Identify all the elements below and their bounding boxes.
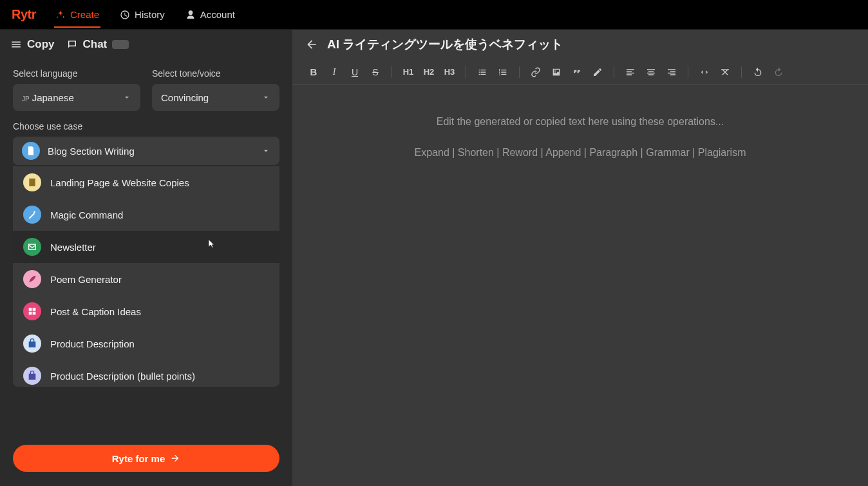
logo: Rytr: [12, 7, 36, 22]
link-button[interactable]: [527, 64, 544, 81]
usecase-dropdown: Landing Page & Website CopiesMagic Comma…: [13, 166, 279, 387]
strikethrough-button[interactable]: S: [367, 64, 384, 81]
language-prefix: JP: [22, 95, 30, 102]
nav-account[interactable]: Account: [184, 3, 236, 26]
usecase-option-label: Post & Caption Ideas: [50, 306, 141, 317]
quote-icon: [572, 67, 582, 77]
link-icon: [531, 67, 541, 77]
undo-button[interactable]: [750, 64, 766, 81]
usecase-option-label: Product Description (bullet points): [50, 371, 195, 382]
usecase-option-label: Newsletter: [50, 242, 96, 253]
editor-operations-hint: Expand | Shorten | Reword | Append | Par…: [415, 147, 746, 159]
mail-icon: [23, 238, 41, 256]
editor-body[interactable]: Edit the generated or copied text here u…: [292, 85, 868, 159]
h1-button[interactable]: H1: [400, 64, 417, 81]
toolbar-separator: [392, 66, 392, 78]
chat-tab-label: Chat: [83, 38, 108, 51]
ryte-for-me-button[interactable]: Ryte for me: [13, 445, 279, 472]
cta-label: Ryte for me: [112, 453, 165, 464]
code-button[interactable]: [696, 64, 713, 81]
bold-button[interactable]: B: [305, 64, 322, 81]
clock-icon: [120, 10, 130, 20]
usecase-option[interactable]: Magic Command: [13, 199, 279, 231]
highlight-button[interactable]: [589, 64, 606, 81]
toolbar-separator: [741, 66, 742, 78]
unordered-list-button[interactable]: [474, 64, 491, 81]
sidebar: Copy Chat Select language JPJapanese Sel…: [0, 30, 292, 486]
list-ul-icon: [477, 67, 487, 77]
chevron-down-icon: [261, 93, 270, 102]
page-icon: [23, 173, 41, 191]
usecase-dropdown-list[interactable]: Landing Page & Website CopiesMagic Comma…: [13, 166, 279, 387]
sparkle-icon: [55, 10, 66, 20]
pen-icon: [592, 67, 603, 77]
usecase-label: Choose use case: [13, 121, 279, 131]
nav-history[interactable]: History: [118, 3, 166, 26]
chat-tab[interactable]: Chat: [66, 38, 129, 51]
editor-toolbar: B I U S H1 H2 H3: [292, 59, 868, 85]
top-nav: Rytr Create History Account: [0, 0, 868, 30]
usecase-option-label: Product Description: [50, 338, 135, 349]
tone-value: Convincing: [161, 92, 209, 103]
usecase-option[interactable]: Product Description (bullet points): [13, 360, 279, 387]
nav-account-label: Account: [200, 9, 235, 20]
usecase-option-label: Landing Page & Website Copies: [50, 177, 189, 188]
align-right-button[interactable]: [663, 64, 680, 81]
chevron-down-icon: [122, 93, 131, 102]
back-button[interactable]: [305, 38, 318, 51]
copy-tab-label: Copy: [27, 38, 55, 51]
redo-icon: [773, 67, 784, 77]
chevron-down-icon: [261, 146, 270, 155]
usecase-option[interactable]: Poem Generator: [13, 263, 279, 295]
grid-icon: [23, 302, 41, 320]
usecase-option-label: Magic Command: [50, 209, 123, 220]
language-select[interactable]: JPJapanese: [13, 84, 140, 111]
copy-tab[interactable]: Copy: [10, 38, 55, 51]
editor: AI ライティングツールを使うベネフィット B I U S H1 H2 H3: [292, 30, 868, 486]
h3-button[interactable]: H3: [441, 64, 458, 81]
editor-placeholder: Edit the generated or copied text here u…: [437, 116, 724, 128]
h2-button[interactable]: H2: [420, 64, 437, 81]
menu-icon: [10, 39, 22, 50]
tone-select[interactable]: Convincing: [152, 84, 279, 111]
code-icon: [699, 67, 710, 77]
nav-history-label: History: [135, 9, 165, 20]
align-center-button[interactable]: [643, 64, 659, 81]
usecase-option[interactable]: Post & Caption Ideas: [13, 295, 279, 327]
underline-button[interactable]: U: [346, 64, 363, 81]
usecase-select[interactable]: Blog Section Writing: [13, 137, 279, 165]
person-icon: [185, 10, 196, 20]
align-right-icon: [666, 67, 677, 77]
align-left-button[interactable]: [622, 64, 639, 81]
usecase-option[interactable]: Product Description: [13, 327, 279, 360]
nav-create[interactable]: Create: [54, 3, 100, 28]
language-label: Select language: [13, 68, 140, 79]
image-icon: [551, 67, 561, 77]
toolbar-separator: [466, 66, 466, 78]
secondary-bar: Copy Chat: [0, 30, 292, 59]
tone-label: Select tone/voice: [152, 68, 279, 79]
arrow-right-icon: [170, 453, 180, 463]
nav-create-label: Create: [70, 9, 99, 20]
undo-icon: [753, 67, 763, 77]
list-ol-icon: [498, 67, 508, 77]
ordered-list-button[interactable]: [495, 64, 511, 81]
align-center-icon: [646, 67, 656, 77]
usecase-option-label: Poem Generator: [50, 274, 122, 285]
document-title: AI ライティングツールを使うベネフィット: [327, 36, 563, 53]
wand-icon: [23, 206, 41, 224]
align-left-icon: [625, 67, 636, 77]
bag-icon: [23, 335, 41, 353]
quote-button[interactable]: [569, 64, 585, 81]
clear-format-button[interactable]: [717, 64, 733, 81]
usecase-selected-label: Blog Section Writing: [48, 146, 135, 157]
toolbar-separator: [688, 66, 688, 78]
toolbar-separator: [614, 66, 614, 78]
usecase-option[interactable]: Newsletter: [13, 231, 279, 263]
toolbar-separator: [519, 66, 520, 78]
italic-button[interactable]: I: [326, 64, 343, 81]
bag-icon: [23, 367, 41, 385]
image-button[interactable]: [548, 64, 565, 81]
usecase-option[interactable]: Landing Page & Website Copies: [13, 166, 279, 199]
redo-button[interactable]: [770, 64, 787, 81]
